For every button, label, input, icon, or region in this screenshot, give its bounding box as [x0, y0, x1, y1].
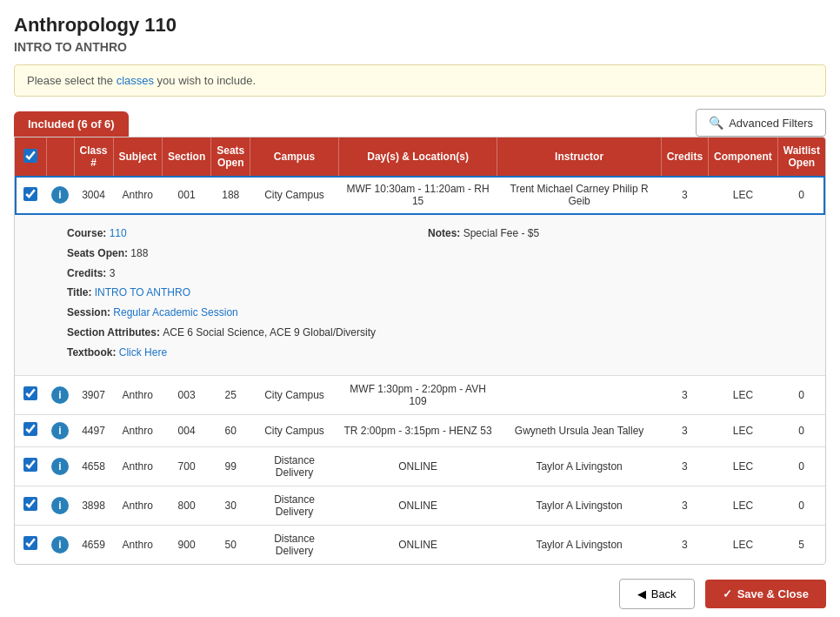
class-num-cell: 4497: [74, 414, 113, 446]
info-icon[interactable]: i: [51, 536, 69, 553]
seats-open-cell: 188: [211, 176, 250, 215]
back-label: Back: [651, 587, 677, 600]
subject-header: Subject: [113, 137, 162, 176]
title-val: INTRO TO ANTHRO: [95, 286, 190, 298]
days-loc-cell: ONLINE: [338, 446, 497, 486]
table-row: i 4659 Anthro 900 50 Distance Delivery O…: [15, 525, 825, 564]
instructor-cell: [497, 375, 661, 414]
row-checkbox[interactable]: [23, 536, 37, 550]
component-cell: LEC: [709, 486, 778, 525]
notes-val: Special Fee - $5: [463, 227, 539, 239]
checkmark-icon: ✓: [723, 587, 732, 600]
instructor-cell: Trent Michael Carney Philip R Geib: [497, 176, 661, 215]
subject-cell: Anthro: [113, 414, 162, 446]
section-cell: 001: [162, 176, 210, 215]
credits-header: Credits: [661, 137, 708, 176]
campus-header: Campus: [250, 137, 338, 176]
info-icon[interactable]: i: [51, 458, 69, 475]
waitlist-cell: 0: [777, 446, 825, 486]
instructor-cell: Taylor A Livingston: [497, 525, 661, 564]
credits-cell: 3: [661, 525, 708, 564]
component-cell: LEC: [709, 525, 778, 564]
row-checkbox[interactable]: [23, 386, 37, 400]
subject-cell: Anthro: [113, 375, 162, 414]
info-icon[interactable]: i: [51, 186, 69, 204]
seats-open-cell: 50: [211, 525, 250, 564]
row-checkbox[interactable]: [23, 422, 37, 436]
days-loc-cell: ONLINE: [338, 486, 497, 525]
select-all-checkbox[interactable]: [23, 149, 37, 163]
section-cell: 900: [162, 525, 210, 564]
waitlist-cell: 5: [777, 525, 825, 564]
seats-open-cell: 25: [211, 375, 250, 414]
row-checkbox-cell[interactable]: [15, 525, 46, 564]
days-loc-cell: MWF 1:30pm - 2:20pm - AVH 109: [338, 375, 497, 414]
row-info-cell[interactable]: i: [46, 375, 74, 414]
row-checkbox-cell[interactable]: [15, 375, 46, 414]
credits-val: 3: [110, 267, 116, 279]
back-arrow-icon: ◀: [637, 587, 646, 600]
table-row: i 3004 Anthro 001 188 City Campus MWF 10…: [15, 176, 825, 215]
class-num-cell: 3004: [74, 176, 113, 215]
table-row: i 3898 Anthro 800 30 Distance Delivery O…: [15, 486, 825, 525]
credits-cell: 3: [661, 486, 708, 525]
footer-row: ◀ Back ✓ Save & Close: [14, 565, 826, 609]
section-cell: 700: [162, 446, 210, 486]
credits-cell: 3: [661, 446, 708, 486]
days-loc-cell: MWF 10:30am - 11:20am - RH 15: [338, 176, 497, 215]
campus-cell: City Campus: [250, 414, 338, 446]
row-checkbox[interactable]: [23, 458, 37, 472]
instructor-header: Instructor: [497, 137, 661, 176]
row-info-cell[interactable]: i: [46, 525, 74, 564]
class-num-header: Class#: [74, 137, 113, 176]
row-info-cell[interactable]: i: [46, 176, 74, 215]
campus-cell: Distance Delivery: [250, 486, 338, 525]
seats-open-val: 188: [130, 247, 148, 259]
table-header-row: Class# Subject Section SeatsOpen Campus …: [15, 137, 825, 176]
notice-link[interactable]: classes: [117, 74, 154, 87]
tab-row: Included (6 of 6) 🔍 Advanced Filters: [14, 109, 826, 137]
advanced-filters-button[interactable]: 🔍 Advanced Filters: [696, 109, 826, 137]
credits-cell: 3: [661, 375, 708, 414]
class-num-cell: 3898: [74, 486, 113, 525]
notice-bar: Please select the classes you wish to in…: [14, 64, 826, 97]
info-icon[interactable]: i: [51, 386, 69, 404]
waitlist-cell: 0: [777, 414, 825, 446]
row-checkbox[interactable]: [23, 497, 37, 511]
main-table: Class# Subject Section SeatsOpen Campus …: [14, 137, 826, 565]
page-subtitle: INTRO TO ANTHRO: [14, 40, 826, 54]
row-checkbox-cell[interactable]: [15, 414, 46, 446]
campus-cell: Distance Delivery: [250, 446, 338, 486]
back-button[interactable]: ◀ Back: [619, 579, 695, 609]
seats-open-cell: 30: [211, 486, 250, 525]
component-cell: LEC: [709, 375, 778, 414]
table-row: i 3907 Anthro 003 25 City Campus MWF 1:3…: [15, 375, 825, 414]
row-info-cell[interactable]: i: [46, 446, 74, 486]
campus-cell: City Campus: [250, 176, 338, 215]
class-num-cell: 4659: [74, 525, 113, 564]
subject-cell: Anthro: [113, 486, 162, 525]
section-header: Section: [162, 137, 210, 176]
section-cell: 003: [162, 375, 210, 414]
expanded-left: Course: 110 Seats Open: 188 Credits: 3 T…: [67, 224, 376, 363]
info-icon[interactable]: i: [51, 422, 69, 439]
row-checkbox-cell[interactable]: [15, 486, 46, 525]
section-cell: 004: [162, 414, 210, 446]
save-close-button[interactable]: ✓ Save & Close: [705, 580, 826, 608]
instructor-cell: Taylor A Livingston: [497, 486, 661, 525]
section-cell: 800: [162, 486, 210, 525]
textbook-link[interactable]: Click Here: [119, 346, 167, 359]
days-loc-header: Day(s) & Location(s): [338, 137, 497, 176]
included-tab[interactable]: Included (6 of 6): [14, 111, 129, 137]
row-checkbox[interactable]: [23, 187, 37, 201]
subject-cell: Anthro: [113, 176, 162, 215]
seats-open-cell: 99: [211, 446, 250, 486]
course-val: 110: [110, 227, 127, 239]
row-checkbox-cell[interactable]: [15, 446, 46, 486]
instructor-cell: Taylor A Livingston: [497, 446, 661, 486]
select-all-col[interactable]: [15, 137, 46, 176]
row-checkbox-cell[interactable]: [15, 176, 46, 215]
info-icon[interactable]: i: [51, 497, 69, 514]
row-info-cell[interactable]: i: [46, 486, 74, 525]
row-info-cell[interactable]: i: [46, 414, 74, 446]
